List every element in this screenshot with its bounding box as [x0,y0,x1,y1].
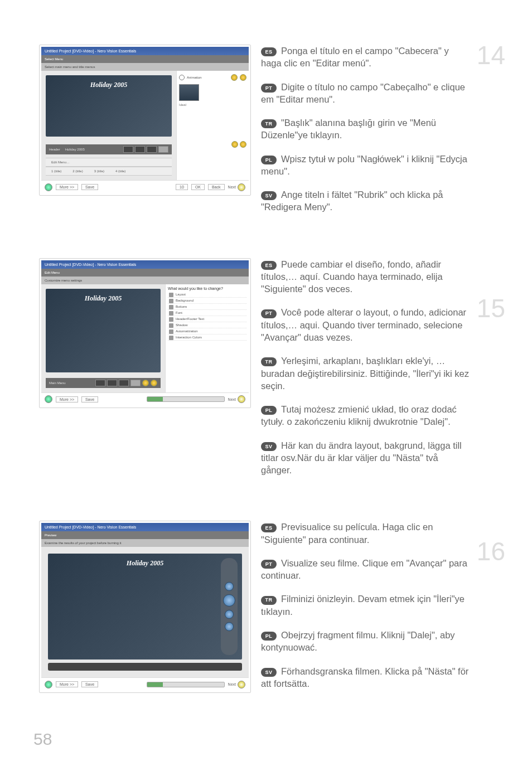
side-item-headerfooter[interactable]: Header/Footer Text [168,316,246,322]
lang-tag-pt: PT [261,560,277,569]
instruction-text: Filminizi önizleyin. Devam etmek için "İ… [261,594,465,616]
help-icon[interactable] [45,681,52,688]
side-item-automatization[interactable]: Automatization [168,328,246,334]
lang-tag-pl: PL [261,632,277,641]
play-icon[interactable] [231,74,238,81]
holiday-caption: Holiday 2005 [46,81,172,89]
remote-dpad[interactable] [223,594,235,607]
app-title-bar: Untitled Project [DVD-Video] - Nero Visi… [41,260,249,269]
step-16-text: ESPrevisualice su película. Haga clic en… [261,521,499,690]
step-16-row: Untitled Project [DVD-Video] - Nero Visi… [39,521,499,693]
lang-tag-sv: SV [261,668,277,677]
remote-button[interactable] [225,582,234,591]
side-item-shadow[interactable]: Shadow [168,322,246,328]
disk-usage-bar [147,682,225,687]
lang-tag-es: ES [261,47,277,56]
nav-next-icon[interactable] [240,141,246,148]
pause-icon[interactable] [240,74,246,81]
next-button[interactable]: Next [228,183,245,191]
nav-next-icon[interactable] [151,380,157,386]
instruction-text: Digite o título no campo "Cabeçalho" e c… [261,82,465,104]
section-heading: Edit Menu [41,269,249,277]
more-button[interactable]: More >> [56,681,78,687]
playback-bar[interactable] [48,663,242,671]
step-number-16: 16 [472,539,505,564]
step-14-row: Untitled Project [DVD-Video] - Nero Visi… [39,45,499,214]
magnifier-icon [179,75,185,80]
page-number: 58 [33,730,52,749]
lang-tag-sv: SV [261,191,277,200]
side-item-background[interactable]: Background [168,298,246,304]
disk-usage-bar [147,396,225,402]
instruction-text: Förhandsgranska filmen. Klicka på "Nästa… [261,666,468,688]
remote-button[interactable] [225,622,234,631]
instruction-text: Obejrzyj fragment filmu. Kliknij "Dalej"… [261,630,455,652]
save-button[interactable]: Save [81,184,98,190]
lang-tag-pl: PL [261,156,277,164]
lang-tag-es: ES [261,261,277,270]
step-number-15: 15 [472,295,505,321]
instruction-text: "Başlık" alanına başlığı girin ve "Menü … [261,118,436,140]
more-button[interactable]: More >> [56,396,78,403]
app-title-bar: Untitled Project [DVD-Video] - Nero Visi… [41,47,249,55]
nav-prev-icon[interactable] [142,380,149,386]
screenshot-16: Untitled Project [DVD-Video] - Nero Visi… [39,521,251,693]
next-button[interactable]: Next [228,681,245,688]
instruction-text: Här kan du ändra layout, bakgrund, lägga… [261,440,462,476]
holiday-caption: Holiday 2005 [48,559,242,568]
instruction-text: Yerleşimi, arkaplanı, başlıkları ekle'yi… [261,356,469,391]
instruction-text: Você pode alterar o layout, o fundo, adi… [261,307,466,342]
more-button[interactable]: More >> [56,184,78,190]
manual-page: 14 15 16 Untitled Project [DVD-Video] - … [0,0,532,771]
step-number-14: 14 [472,42,505,68]
app-title-bar: Untitled Project [DVD-Video] - Nero Visi… [41,523,249,531]
lang-tag-tr: TR [261,357,277,366]
back-button[interactable]: Back [208,184,225,190]
preview-image: Holiday 2005 [48,554,242,660]
instruction-text: Wpisz tytuł w polu "Nagłówek" i kliknij … [261,154,467,176]
help-icon[interactable] [45,183,52,191]
lang-tag-es: ES [261,523,277,532]
save-button[interactable]: Save [81,681,98,687]
lang-tag-pt: PT [261,309,277,318]
lang-tag-pt: PT [261,84,277,93]
section-sub: Customize menu settings [41,277,249,284]
section-heading: Select Menu [41,55,249,63]
instruction-text: Previsualice su película. Haga clic en "… [261,522,433,544]
nav-prev-icon[interactable] [231,141,238,148]
save-button[interactable]: Save [81,396,98,403]
remote-control[interactable] [221,558,238,655]
instruction-text: Puede cambiar el diseño, fondo, añadir t… [261,259,443,294]
section-heading: Preview [41,531,249,539]
side-item-interaction-colors[interactable]: Interaction Colors [168,334,246,341]
screenshot-14: Untitled Project [DVD-Video] - Nero Visi… [39,45,251,196]
instruction-text: Ponga el título en el campo "Cabecera" y… [261,46,449,68]
lang-tag-tr: TR [261,119,277,128]
step-15-row: Untitled Project [DVD-Video] - Nero Visi… [39,258,499,477]
holiday-caption: Holiday 2005 [46,294,161,303]
step-15-text: ESPuede cambiar el diseño, fondo, añadir… [261,258,499,477]
side-item-font[interactable]: Font [168,310,246,316]
instruction-text: Visualize seu filme. Clique em "Avançar"… [261,558,467,580]
screenshot-15: Untitled Project [DVD-Video] - Nero Visi… [39,258,251,408]
lang-tag-sv: SV [261,442,277,451]
menu-preview-image: Holiday 2005 [46,75,172,137]
next-button[interactable]: Next [228,395,245,403]
lang-tag-tr: TR [261,596,277,605]
lang-tag-pl: PL [261,406,277,415]
remote-button[interactable] [225,610,234,619]
side-heading: What would you like to change? [168,287,246,290]
side-item-layout[interactable]: Layout [168,292,246,298]
instruction-text: Tutaj możesz zmienić układ, tło oraz dod… [261,404,457,426]
step-14-text: ESPonga el título en el campo "Cabecera"… [261,45,499,214]
section-sub: Select main menu and title menus [41,63,249,71]
menu-preview-image: Holiday 2005 [46,289,161,372]
side-item-buttons[interactable]: Buttons [168,304,246,310]
help-icon[interactable] [45,395,52,403]
section-sub: Examine the results of your project befo… [41,539,249,547]
instruction-text: Ange titeln i fältet "Rubrik" och klicka… [261,190,443,212]
